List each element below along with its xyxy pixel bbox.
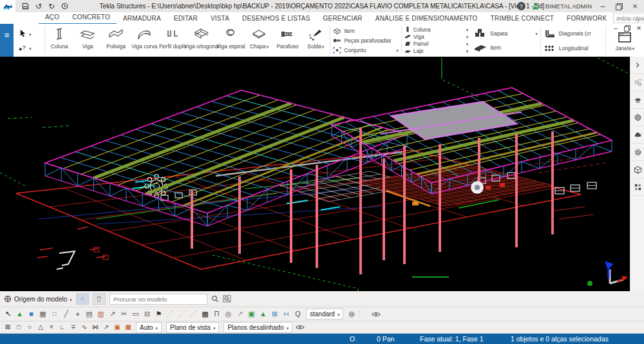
quick-launch-input[interactable] xyxy=(614,15,644,22)
select-filter-lines-icon[interactable]: ╱ xyxy=(61,309,71,320)
model-view-3d[interactable] xyxy=(0,57,630,291)
model-origin-dropdown[interactable]: Origem do modelo xyxy=(4,295,72,303)
close-button[interactable] xyxy=(630,2,640,11)
redo-icon[interactable] xyxy=(48,3,55,10)
tool-item[interactable]: Item xyxy=(333,28,398,34)
snap-any-icon[interactable]: ⋈ xyxy=(90,323,100,332)
view-restore-button[interactable] xyxy=(623,24,631,31)
snap-endpoint-icon[interactable]: □ xyxy=(14,323,24,332)
restore-button[interactable] xyxy=(614,2,624,11)
tool-solda[interactable]: Solda xyxy=(301,24,330,57)
select-filter-arrow-icon[interactable]: ↗ xyxy=(234,309,245,320)
select-filter-pi-icon[interactable]: Π xyxy=(211,309,222,320)
select-filter-weld2-icon[interactable]: ⋰ xyxy=(176,309,187,320)
select-filter-points-icon[interactable]: ∷ xyxy=(49,309,60,320)
tool-label[interactable]: Janela xyxy=(615,45,634,52)
select-filter-cuts-icon[interactable]: ✂ xyxy=(118,309,129,320)
user-icon[interactable] xyxy=(531,2,540,10)
select-filter-blue-dots-icon[interactable]: ∺ xyxy=(281,309,292,320)
tool-coluna[interactable]: Coluna xyxy=(45,24,73,57)
select-filter-green-frame-icon[interactable]: ▣ xyxy=(246,309,257,320)
snap-extension-icon[interactable]: ∓ xyxy=(68,323,79,332)
select-filter-component-icon[interactable]: ▥ xyxy=(95,309,106,320)
tab-gerenciar[interactable]: GERENCIAR xyxy=(317,15,369,22)
save-icon[interactable] xyxy=(22,3,29,10)
snap-perpendicular-icon[interactable]: ∟ xyxy=(57,323,68,332)
snap-free-icon[interactable]: ▩ xyxy=(123,323,133,332)
select-all-cursor-icon[interactable]: ↖ xyxy=(3,309,14,320)
file-menu-button[interactable] xyxy=(0,24,14,57)
snap-midpoint-icon[interactable]: △ xyxy=(35,323,46,332)
snap-center-icon[interactable]: ○ xyxy=(24,323,35,332)
tab-trimble-connect[interactable]: TRIMBLE CONNECT xyxy=(484,15,561,22)
collapse-pane-button[interactable] xyxy=(630,57,644,74)
tool-viga-curva[interactable]: Viga curva xyxy=(130,24,158,57)
tool-concrete-viga[interactable]: Viga xyxy=(404,33,468,40)
user-name[interactable]: BIMETAL ADMIN xyxy=(545,3,592,10)
gear-icon[interactable] xyxy=(346,309,357,320)
snap-line-icon[interactable]: ↗ xyxy=(101,323,111,332)
tool-pecas-parafusadas[interactable]: Peças parafusadas xyxy=(333,37,398,44)
select-tool[interactable] xyxy=(19,29,44,37)
search-options-icon[interactable] xyxy=(223,295,231,303)
tool-viga-espiral[interactable]: Viga espiral xyxy=(216,24,245,57)
model-search-input[interactable] xyxy=(110,296,207,303)
tool-concrete-painel[interactable]: Painel xyxy=(404,41,468,47)
history-icon[interactable] xyxy=(61,3,68,10)
snap-plane-dropdown[interactable]: Plano de vista xyxy=(166,322,219,333)
tab-concreto[interactable]: CONCRETO xyxy=(66,14,117,21)
snap-nearest-icon[interactable]: ∿ xyxy=(79,323,90,332)
tab-analise[interactable]: ANÁLISE E DIMENSIONAMENTO xyxy=(369,15,484,22)
window-icon[interactable] xyxy=(616,31,633,44)
tool-parafuso[interactable]: Parafuso xyxy=(273,24,301,57)
tool-chapa[interactable]: Chapa xyxy=(245,24,273,57)
snap-intersection-icon[interactable]: × xyxy=(46,323,57,332)
add-button[interactable] xyxy=(76,293,89,305)
tab-armadura[interactable]: ARMADURA xyxy=(117,15,167,22)
select-filter-weld1-icon[interactable]: ⋰ xyxy=(165,309,176,320)
select-filter-search-icon[interactable]: Q xyxy=(292,309,303,320)
warehouse-button[interactable] xyxy=(630,109,644,126)
tool-poliviga[interactable]: Poliviga xyxy=(102,24,130,57)
snap-depth-dropdown[interactable]: Auto xyxy=(136,322,162,333)
tool-perfil-duplo[interactable]: Perfil duplo xyxy=(158,24,187,57)
select-filter-weld3-icon[interactable]: ⋰ xyxy=(188,309,199,320)
select-filter-reference-icon[interactable]: ● xyxy=(72,309,83,320)
select-filter-polybeam-icon[interactable]: ↗ xyxy=(107,309,118,320)
select-filter-grids-icon[interactable]: ⊟ xyxy=(142,309,153,320)
components-button[interactable]: ? xyxy=(630,74,644,91)
eye-icon[interactable] xyxy=(295,323,305,332)
tool-longitudinal[interactable]: Longitudinal xyxy=(544,44,603,52)
snap-ortho-icon[interactable]: ▣ xyxy=(112,323,122,332)
select-filter-plane-icon[interactable]: ▤ xyxy=(84,309,95,320)
learning-button[interactable] xyxy=(630,91,644,109)
tool-viga-ortogonal[interactable]: Viga ortogonal xyxy=(187,24,216,57)
cloud-button[interactable] xyxy=(630,126,644,144)
tab-editar[interactable]: EDITAR xyxy=(167,15,204,22)
view-close-button[interactable] xyxy=(635,24,643,31)
tekla-logo-icon[interactable] xyxy=(0,0,15,12)
search-icon[interactable] xyxy=(211,295,219,303)
settings-button[interactable] xyxy=(630,144,644,161)
tool-diagonais[interactable]: Diagonais (cr xyxy=(544,29,603,39)
eye-icon[interactable] xyxy=(370,309,381,320)
snap-points-icon[interactable]: ⊠ xyxy=(3,323,13,332)
select-filter-grid-icon[interactable]: ▦ xyxy=(37,309,48,320)
select-filter-rebar-icon[interactable]: ▩ xyxy=(200,309,211,320)
tool-conjunto[interactable]: Conjunto xyxy=(333,47,398,53)
model-objects-button[interactable] xyxy=(630,161,644,178)
select-filter-green-point-icon[interactable]: ▲ xyxy=(258,309,269,320)
select-filter-parts-icon[interactable]: ▲ xyxy=(14,309,25,320)
help-icon[interactable] xyxy=(517,2,526,10)
select-filter-flag-icon[interactable]: ⚑ xyxy=(153,309,164,320)
snap-misaligned-dropdown[interactable]: Planos desalinhado xyxy=(223,322,292,333)
select-filter-views-icon[interactable]: ▭ xyxy=(130,309,141,320)
minimize-button[interactable] xyxy=(598,2,608,11)
tab-desenhos[interactable]: DESENHOS E LISTAS xyxy=(236,15,316,22)
undo-icon[interactable] xyxy=(35,3,42,10)
select-filter-blue-grid-icon[interactable]: ⊞ xyxy=(269,309,280,320)
tab-aco[interactable]: AÇO xyxy=(39,14,66,21)
selection-switch-dropdown[interactable]: standard xyxy=(306,309,343,320)
tool-foundation-item[interactable]: Item xyxy=(473,43,537,52)
tab-vista[interactable]: VISTA xyxy=(204,15,236,22)
